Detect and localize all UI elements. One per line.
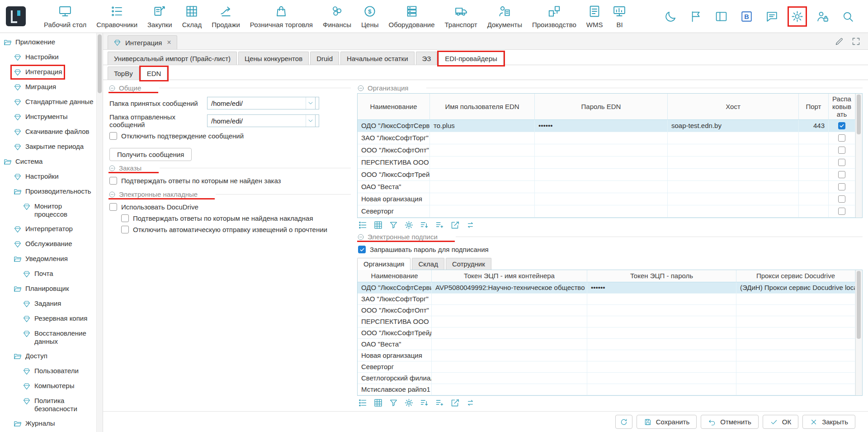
cell-token[interactable]: AVP5080049992:Научно-техническое обществ… [432,282,587,294]
module-production[interactable]: Производство [527,0,581,33]
ok-button[interactable]: ОК [763,415,798,429]
sidebar-item-3[interactable]: Миграция [0,80,96,95]
sidebar-item-14[interactable]: Уведомления [0,252,96,266]
ask-password-checkbox[interactable]: Запрашивать пароль для подписания [358,246,863,253]
settings-gear-icon[interactable] [791,10,804,23]
sidebar-item-8[interactable]: Система [0,154,96,169]
cell-user[interactable] [430,157,535,169]
cell-port[interactable] [799,181,829,193]
cell-user[interactable]: то.plus [430,120,535,132]
collapse-icon[interactable] [108,85,116,92]
table-scrollbar[interactable] [855,270,862,395]
column-header[interactable]: Порт [799,94,829,120]
signature-row[interactable]: Светлогорский филиал [358,373,855,384]
cell-name[interactable]: ОДО "ЛюксСофтСервис" [358,282,432,294]
refresh-data-icon[interactable] [466,398,475,408]
open-external-icon[interactable] [450,398,460,408]
checkbox-icon[interactable] [358,246,366,253]
module-desktop[interactable]: Рабочий стол [39,0,91,33]
cell-name[interactable]: Новая организация [358,350,432,361]
tab-edn[interactable]: EDN [141,66,168,80]
cell-host[interactable] [668,169,799,181]
unpack-checkbox-icon[interactable] [838,122,845,129]
cell-password[interactable] [535,132,668,144]
filter-list-icon[interactable] [435,398,444,408]
settings-icon[interactable] [404,220,414,230]
cell-user[interactable] [430,144,535,157]
module-transport[interactable]: Транспорт [440,0,482,33]
organization-row[interactable]: ОДО "ЛюксСофтСервис то.plus •••••• soap-… [358,120,855,132]
checkbox-icon[interactable] [109,177,117,185]
cell-proxy[interactable] [736,305,855,316]
night-mode-icon[interactable] [664,10,677,23]
module-bi[interactable]: BI [608,0,631,33]
save-button[interactable]: Сохранить [637,415,697,429]
sort-list-icon[interactable] [420,398,429,408]
column-header[interactable]: Распаковывать [829,94,855,120]
cell-proxy[interactable] [736,316,855,328]
unpack-checkbox-icon[interactable] [838,147,845,154]
module-purchases[interactable]: Закупки [142,0,177,33]
unpack-checkbox-icon[interactable] [838,208,845,215]
refresh-button[interactable] [615,415,632,429]
group-header-general[interactable]: Общие [108,82,351,93]
signature-row[interactable]: ООО "ЛюксСофтТрейд" [358,328,855,339]
document-tab-integration[interactable]: Интеграция × [108,35,177,49]
signature-row[interactable]: Мстиславское райпо1 [358,384,855,395]
cell-host[interactable] [668,157,799,169]
cell-proxy[interactable] [736,373,855,384]
cell-user[interactable] [430,205,535,218]
cell-token[interactable] [432,384,587,395]
collapse-icon[interactable] [357,233,364,241]
cell-token[interactable] [432,328,587,339]
tab-competitor-prices[interactable]: Цены конкурентов [238,52,309,65]
signature-row[interactable]: ЗАО "ЛюксСофтТорг" [358,294,855,305]
tab-opening-balances[interactable]: Начальные остатки [340,52,415,65]
cell-password[interactable] [535,144,668,157]
browse-strip[interactable] [316,114,319,127]
sidebar-item-15[interactable]: Почта [0,266,96,281]
cell-name[interactable]: Северторг [358,205,430,218]
cell-token[interactable] [432,316,587,328]
open-external-icon[interactable] [450,220,460,230]
sidebar-item-6[interactable]: Скачивание файлов [0,124,96,139]
search-icon[interactable] [841,10,854,23]
folder-path-input[interactable]: /home/edi/ [207,114,316,127]
cell-token-password[interactable] [587,305,736,316]
unpack-checkbox-icon[interactable] [838,195,845,203]
cell-proxy[interactable]: (ЭДиН) Прокси сервис Docudrive loca [736,282,855,294]
cell-name[interactable]: ООО "ЛюксСофтТрейд" [358,169,430,181]
unpack-checkbox-icon[interactable] [838,159,845,166]
module-prices[interactable]: $ Цены [356,0,384,33]
collapse-icon[interactable] [108,191,116,198]
cell-password[interactable] [535,157,668,169]
group-header-orders[interactable]: Заказы [108,162,351,173]
cell-password[interactable] [535,181,668,193]
tab-druid[interactable]: Druid [310,52,339,65]
sidebar-item-24[interactable]: Журналы [0,416,96,431]
module-retail[interactable]: Розничная торговля [245,0,318,33]
cell-host[interactable]: soap-test.edn.by [668,120,799,132]
chevron-down-icon[interactable] [306,100,315,107]
cell-user[interactable] [430,132,535,144]
cell-port[interactable] [799,205,829,218]
get-messages-button[interactable]: Получить сообщения [109,148,192,161]
signature-row[interactable]: ОДО "ЛюксСофтСервис" AVP5080049992:Научн… [358,282,855,294]
cell-name[interactable]: ОАО "Веста" [358,339,432,350]
cell-name[interactable]: ПЕРСПЕКТИВА ООО [358,316,432,328]
cell-host[interactable] [668,205,799,218]
cell-token-password[interactable] [587,350,736,361]
cell-port[interactable] [799,132,829,144]
cell-name[interactable]: Новая организация [358,193,430,205]
cell-token[interactable] [432,294,587,305]
settings-icon[interactable] [404,398,414,408]
filter-icon[interactable] [389,220,398,230]
cell-name[interactable]: ЗАО "ЛюксСофтТорг" [358,132,430,144]
signature-row[interactable]: Северторг [358,361,855,373]
scrollbar-thumb[interactable] [857,95,861,134]
cell-user[interactable] [430,169,535,181]
table-scrollbar[interactable] [855,94,862,218]
sidebar-item-10[interactable]: Производительность [0,184,96,199]
waybill-checkbox-2[interactable]: Отключить автоматическую отправку извеще… [121,226,351,233]
organization-row[interactable]: ООО "ЛюксСофтТрейд" [358,169,855,181]
